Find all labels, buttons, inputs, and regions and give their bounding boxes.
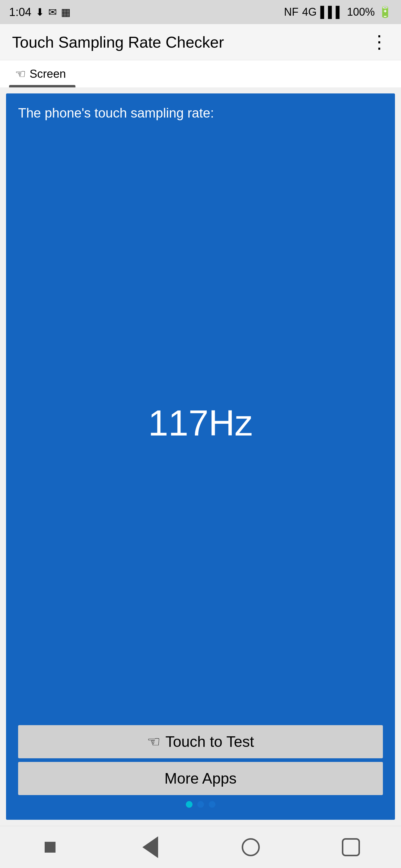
status-time: 1:04 [9, 6, 31, 19]
touch-to-test-button[interactable]: ☜ Touch to Test [18, 725, 383, 758]
battery-icon: 🔋 [378, 6, 392, 19]
nav-home-button[interactable] [239, 835, 263, 859]
page-dot-2 [197, 801, 204, 808]
menu-overflow-button[interactable]: ⋮ [370, 33, 389, 51]
page-dot-3 [209, 801, 216, 808]
home-icon [242, 838, 260, 856]
screen-tab-icon: ☜ [15, 67, 26, 81]
sampling-rate-label: The phone's touch sampling rate: [18, 105, 383, 121]
more-apps-button[interactable]: More Apps [18, 762, 383, 795]
battery-percentage: 100% [347, 6, 375, 19]
screen-tab-label: Screen [30, 67, 66, 81]
app-bar: Touch Sampling Rate Checker ⋮ [0, 24, 401, 60]
bottom-nav [0, 826, 401, 868]
nav-back-button[interactable] [138, 835, 162, 859]
status-bar-right: NF 4G ▌▌▌ 100% 🔋 [284, 6, 392, 19]
phone-icon: ▦ [61, 6, 70, 18]
recent-apps-icon [342, 838, 360, 856]
touch-sampling-card[interactable]: The phone's touch sampling rate: 117Hz ☜… [6, 93, 395, 820]
email-icon: ✉ [48, 6, 57, 18]
more-apps-label: More Apps [165, 770, 236, 787]
back-icon [142, 836, 158, 858]
page-dot-1 [186, 801, 193, 808]
sampling-rate-value-container: 117Hz [18, 127, 383, 719]
stop-icon [45, 842, 56, 852]
signal-bars-icon: ▌▌▌ [320, 6, 343, 19]
status-bar: 1:04 ⬇ ✉ ▦ NF 4G ▌▌▌ 100% 🔋 [0, 0, 401, 24]
app-title: Touch Sampling Rate Checker [12, 33, 224, 51]
tab-active-indicator [9, 85, 76, 87]
buttons-section: ☜ Touch to Test More Apps [18, 725, 383, 808]
nav-recent-button[interactable] [339, 835, 363, 859]
touch-to-test-icon: ☜ [147, 733, 161, 750]
nav-stop-button[interactable] [38, 835, 62, 859]
sampling-rate-value: 117Hz [148, 402, 253, 444]
touch-to-test-label: Touch to Test [165, 733, 254, 750]
tab-bar: ☜ Screen [0, 60, 401, 87]
status-bar-left: 1:04 ⬇ ✉ ▦ [9, 6, 70, 19]
download-icon: ⬇ [36, 6, 44, 18]
tab-screen[interactable]: ☜ Screen [9, 60, 72, 87]
page-dots [18, 801, 383, 808]
main-content: The phone's touch sampling rate: 117Hz ☜… [0, 87, 401, 826]
nfc-icon: NF [284, 6, 298, 19]
signal-4g-icon: 4G [302, 6, 316, 19]
